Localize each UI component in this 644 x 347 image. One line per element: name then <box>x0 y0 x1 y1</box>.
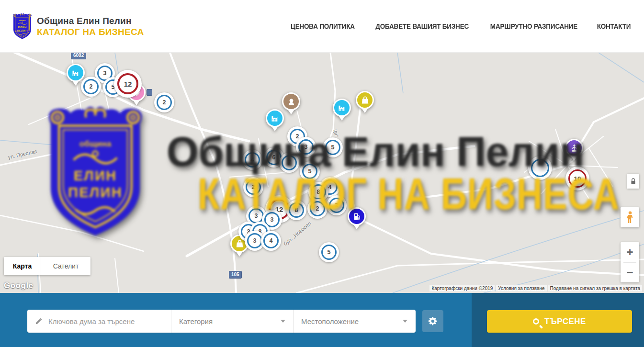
cluster-marker[interactable]: 2 <box>307 199 328 219</box>
road-sign: 6002 <box>71 53 86 59</box>
map-type-satellite-button[interactable]: Сателит <box>41 257 90 275</box>
cluster-count: 5 <box>308 168 312 175</box>
location-select[interactable]: Местоположение <box>293 310 415 333</box>
nav-add-business[interactable]: ДОБАВЕТЕ ВАШИЯТ БИЗНЕС <box>375 22 469 30</box>
road-sign: 105 <box>229 271 242 279</box>
cluster-marker[interactable]: 2 <box>327 195 347 215</box>
location-select-label: Местоположение <box>301 317 359 325</box>
cluster-marker[interactable]: 8 <box>286 200 306 220</box>
factory-icon <box>67 64 85 82</box>
category-select-label: Категория <box>179 317 213 325</box>
cluster-count: 6 <box>272 154 276 161</box>
search-button[interactable]: ТЪРСЕНЕ <box>487 310 632 333</box>
site-header: Община Елин Пелин КАТАЛОГ НА БИЗНЕСА ЦЕН… <box>0 0 644 53</box>
site-subtitle: КАТАЛОГ НА БИЗНЕСА <box>37 27 144 37</box>
category-pin-worker[interactable] <box>282 92 300 111</box>
zoom-in-button[interactable]: + <box>621 242 639 262</box>
cluster-count: 3 <box>103 70 107 77</box>
cluster-count: 7 <box>288 159 291 166</box>
cluster-marker[interactable]: 2 <box>154 92 174 112</box>
cluster-count: 3 <box>305 144 308 150</box>
cluster-marker[interactable]: 5 <box>323 137 343 157</box>
cluster-count: 2 <box>296 133 299 140</box>
search-button-label: ТЪРСЕНЕ <box>544 317 586 326</box>
cluster-count: 4 <box>251 157 254 163</box>
category-pin-bag[interactable] <box>356 91 374 109</box>
cluster-count: 3 <box>253 237 257 244</box>
factory-icon <box>333 99 351 117</box>
nav-route-schedule[interactable]: МАРШРУТНО РАЗПИСАНИЕ <box>490 22 577 30</box>
nav-contacts[interactable]: КОНТАКТИ <box>597 22 631 30</box>
search-icon <box>533 318 539 325</box>
category-pin-factory[interactable] <box>333 99 351 117</box>
lock-icon <box>630 178 636 185</box>
advanced-settings-button[interactable] <box>422 310 443 332</box>
street-view-pegman-button[interactable] <box>621 207 639 227</box>
cluster-count: 5 <box>331 144 335 151</box>
category-pin-church[interactable] <box>565 139 583 157</box>
cluster-count: 10 <box>574 175 581 182</box>
pegman-icon <box>624 210 636 224</box>
cluster-marker[interactable]: 3 <box>296 137 316 157</box>
map-canvas[interactable]: 6002105 ул. Преславбул. „Новоселци“ 3251… <box>0 53 644 293</box>
keyword-field[interactable] <box>27 310 171 333</box>
cluster-marker[interactable]: 12 <box>114 70 142 98</box>
attribution-terms-link[interactable]: Условия за ползване <box>496 285 546 291</box>
church-icon <box>565 139 583 157</box>
cluster-count: 2 <box>163 99 166 106</box>
cluster-count: 4 <box>270 237 273 244</box>
main-nav: ЦЕНОВА ПОЛИТИКА ДОБАВЕТЕ ВАШИЯТ БИЗНЕС М… <box>288 0 632 53</box>
cluster-marker[interactable] <box>528 156 552 180</box>
category-pin-fuel[interactable] <box>348 207 366 225</box>
cluster-count: 12 <box>124 80 132 88</box>
worker-icon <box>282 92 300 111</box>
zoom-control: + − <box>621 242 639 282</box>
zoom-out-button[interactable]: − <box>621 263 639 283</box>
pencil-icon <box>35 317 43 325</box>
chevron-down-icon <box>403 320 407 323</box>
cluster-marker[interactable]: 2 <box>243 177 263 197</box>
cluster-marker[interactable]: 7 <box>279 153 299 173</box>
site-title: Община Елин Пелин <box>37 16 144 26</box>
lock-button[interactable] <box>627 174 639 189</box>
map-attribution: Картографски данни ©2019 Условия за полз… <box>429 285 642 291</box>
cluster-count: 3 <box>271 216 274 223</box>
cluster-count: 8 <box>295 207 298 213</box>
cluster-marker[interactable]: 10 <box>565 167 589 190</box>
fuel-icon <box>348 207 366 225</box>
attribution-copyright: Картографски данни ©2019 <box>429 285 495 291</box>
category-select[interactable]: Категория <box>171 310 293 333</box>
cluster-marker[interactable]: 5 <box>300 161 320 181</box>
cluster-count: 4 <box>328 184 332 190</box>
map-type-control: Карта Сателит <box>4 257 90 275</box>
bag-icon <box>356 91 374 109</box>
google-logo[interactable]: Google <box>4 281 34 291</box>
municipality-crest-logo <box>12 12 33 40</box>
search-panel: Категория Местоположение <box>27 310 416 333</box>
cluster-marker[interactable]: 2 <box>81 77 101 97</box>
keyword-input[interactable] <box>48 317 163 325</box>
map-type-map-button[interactable]: Карта <box>4 257 41 275</box>
cluster-count: 3 <box>255 213 258 219</box>
site-logo[interactable]: Община Елин Пелин КАТАЛОГ НА БИЗНЕСА <box>12 12 144 40</box>
factory-icon <box>266 109 284 127</box>
category-pin-factory[interactable] <box>266 109 284 127</box>
road-sign <box>147 89 152 96</box>
cluster-marker[interactable]: 4 <box>242 150 262 170</box>
nav-price-policy[interactable]: ЦЕНОВА ПОЛИТИКА <box>291 22 355 30</box>
attribution-report-link[interactable]: Подаване на сигнал за грешка в картата <box>548 285 642 291</box>
cluster-count: 2 <box>252 184 255 190</box>
cluster-count: 2 <box>90 83 93 90</box>
cluster-count: 2 <box>316 205 319 212</box>
cluster-marker[interactable]: 5 <box>319 242 339 262</box>
cluster-marker[interactable]: 4 <box>261 231 281 251</box>
gear-icon <box>428 316 438 326</box>
cluster-count: 2 <box>335 202 339 209</box>
search-bar: Категория Местоположение ТЪРСЕНЕ <box>0 293 644 347</box>
cluster-count: 8 <box>317 189 320 195</box>
category-pin-factory[interactable] <box>67 64 85 82</box>
cluster-count: 5 <box>328 249 331 256</box>
chevron-down-icon <box>281 320 285 323</box>
